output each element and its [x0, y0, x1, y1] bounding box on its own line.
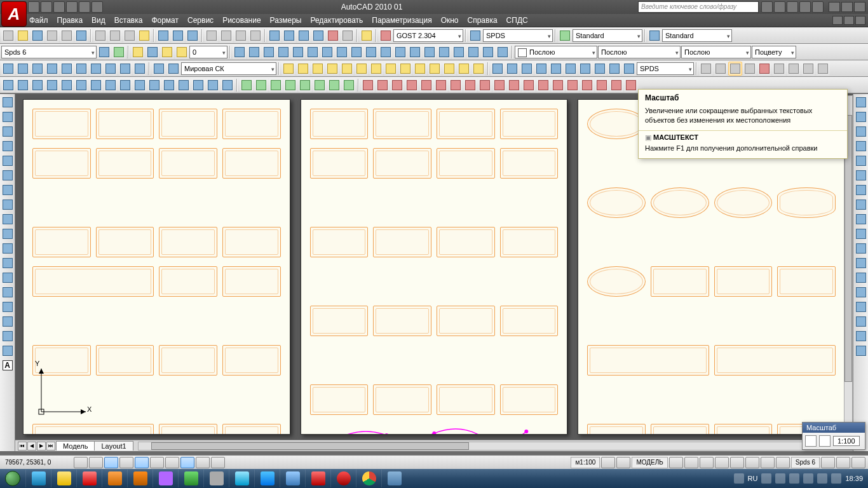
modify-array-icon[interactable]: [60, 78, 74, 92]
polar-button[interactable]: [119, 457, 133, 468]
copy-icon[interactable]: [108, 29, 122, 43]
open-icon[interactable]: [16, 29, 30, 43]
qat-redo-icon[interactable]: [53, 1, 65, 13]
sheet-set-icon[interactable]: [311, 29, 325, 43]
vt-erase-icon[interactable]: [854, 125, 868, 139]
osnap-nearest-icon[interactable]: [442, 62, 456, 76]
menu-edit[interactable]: Правка: [57, 16, 83, 25]
vt-ellipse-icon[interactable]: [1, 227, 15, 241]
linetype-combo[interactable]: Послою: [598, 46, 681, 58]
modify-mirror-icon[interactable]: [31, 78, 44, 92]
mleaderstyle-combo[interactable]: Standard: [662, 29, 732, 42]
taskbar-opera-icon[interactable]: [330, 470, 356, 487]
draw-rectangle-icon[interactable]: [419, 78, 433, 92]
markup-icon[interactable]: [326, 29, 340, 43]
vt-break-icon[interactable]: [854, 285, 868, 299]
dim-linear-icon[interactable]: [233, 45, 247, 59]
draw-ray-icon[interactable]: [376, 78, 390, 92]
text-scale-icon[interactable]: [728, 62, 742, 76]
properties-icon[interactable]: [268, 29, 281, 43]
menu-format[interactable]: Формат: [151, 16, 179, 25]
dim-quick-icon[interactable]: [335, 45, 349, 59]
infocenter-star-icon[interactable]: [799, 1, 811, 13]
taskbar-chrome-icon[interactable]: [356, 470, 381, 487]
draw-ellipse-icon[interactable]: [492, 78, 506, 92]
block-editor-icon[interactable]: [156, 29, 170, 43]
modify-join-icon[interactable]: [177, 78, 191, 92]
vt-hatch-icon[interactable]: [1, 300, 15, 314]
vt-mtext-icon[interactable]: A: [1, 358, 15, 372]
vt-rectangle-icon[interactable]: [1, 154, 15, 168]
find-replace-icon[interactable]: [772, 62, 786, 76]
vt-table-icon[interactable]: [1, 344, 15, 358]
osnap-center-icon[interactable]: [340, 62, 354, 76]
text-height-icon[interactable]: [714, 62, 728, 76]
spds-level-icon[interactable]: [534, 62, 548, 76]
horizontal-scrollbar[interactable]: [138, 442, 853, 451]
layer-manager-icon[interactable]: [97, 45, 111, 59]
modify-explode-icon[interactable]: [220, 78, 234, 92]
vt-copy-icon[interactable]: [854, 139, 868, 153]
dim-ordinate-icon[interactable]: [276, 45, 290, 59]
layer-previous-icon[interactable]: [112, 45, 126, 59]
tab-layout1[interactable]: Layout1: [94, 441, 133, 451]
match-properties-icon[interactable]: [137, 29, 151, 43]
vt-mirror-icon[interactable]: [854, 154, 868, 168]
draw-region-icon[interactable]: [580, 78, 594, 92]
app-menu-button[interactable]: A: [1, 1, 27, 27]
layer-on-icon[interactable]: [160, 45, 174, 59]
ucs-icon[interactable]: [152, 62, 166, 76]
dim-space-icon[interactable]: [379, 45, 393, 59]
infocenter-binoculars-icon[interactable]: [761, 1, 773, 13]
constraint-symmetric-icon[interactable]: [133, 62, 147, 76]
scale-remove-icon[interactable]: [819, 435, 831, 447]
doc-restore-button[interactable]: [844, 16, 854, 25]
osnap-endpoint-icon[interactable]: [281, 62, 295, 76]
maximize-button[interactable]: [841, 2, 853, 12]
design-center-icon[interactable]: [282, 29, 296, 43]
dim-update-icon[interactable]: [496, 45, 510, 59]
osnap-midpoint-icon[interactable]: [296, 62, 310, 76]
tab-nav-last-icon[interactable]: ⏭: [46, 442, 55, 451]
anno-visibility-icon[interactable]: [601, 457, 615, 468]
dim-diameter-icon[interactable]: [306, 45, 320, 59]
taskbar-app-icon[interactable]: [178, 470, 203, 487]
zoom-previous-icon[interactable]: [248, 29, 262, 43]
taskbar-app-icon[interactable]: [102, 470, 127, 487]
vt-region-icon[interactable]: [1, 329, 15, 343]
doc-minimize-button[interactable]: [832, 16, 843, 25]
modify-extend-icon[interactable]: [147, 78, 161, 92]
tab-model[interactable]: Модель: [56, 441, 95, 451]
osnap-intersection-icon[interactable]: [311, 62, 325, 76]
spds-note-icon[interactable]: [549, 62, 563, 76]
text-align-icon[interactable]: [787, 62, 801, 76]
plotstyle-combo[interactable]: Поцвету: [752, 46, 796, 58]
layer-off-icon[interactable]: [131, 45, 145, 59]
taskbar-app-icon[interactable]: [76, 470, 102, 487]
vt-fillet-icon[interactable]: [854, 329, 868, 343]
qat-undo-icon[interactable]: [41, 1, 52, 13]
menu-draw[interactable]: Рисование: [222, 16, 261, 25]
dimstyle-icon[interactable]: [468, 29, 482, 43]
spds-table-icon[interactable]: [607, 62, 621, 76]
dim-edit-icon[interactable]: [466, 45, 480, 59]
layer-state-combo[interactable]: 0: [189, 46, 227, 58]
plot-preview-icon[interactable]: [60, 29, 74, 43]
dim-inspect-icon[interactable]: [437, 45, 451, 59]
textstyle-combo[interactable]: GOST 2.304: [393, 29, 463, 42]
print-icon[interactable]: [45, 29, 59, 43]
vt-insert-icon[interactable]: [1, 256, 15, 270]
scale-palette[interactable]: Масштаб 1:100: [802, 422, 865, 450]
draw-helix-icon[interactable]: [624, 78, 638, 92]
osnap-quadrant-icon[interactable]: [355, 62, 369, 76]
vt-trim-icon[interactable]: [854, 256, 868, 270]
vt-chamfer-icon[interactable]: [854, 315, 868, 329]
taskbar-app-icon[interactable]: [127, 470, 153, 487]
draw-polygon-icon[interactable]: [405, 78, 419, 92]
inquiry-list-icon[interactable]: [283, 78, 297, 92]
osnap-insert-icon[interactable]: [413, 62, 427, 76]
qp-button[interactable]: [211, 457, 225, 468]
tray-network-icon[interactable]: [775, 473, 785, 484]
menu-modify[interactable]: Редактировать: [310, 16, 363, 25]
constraint-concentric-icon[interactable]: [104, 62, 118, 76]
